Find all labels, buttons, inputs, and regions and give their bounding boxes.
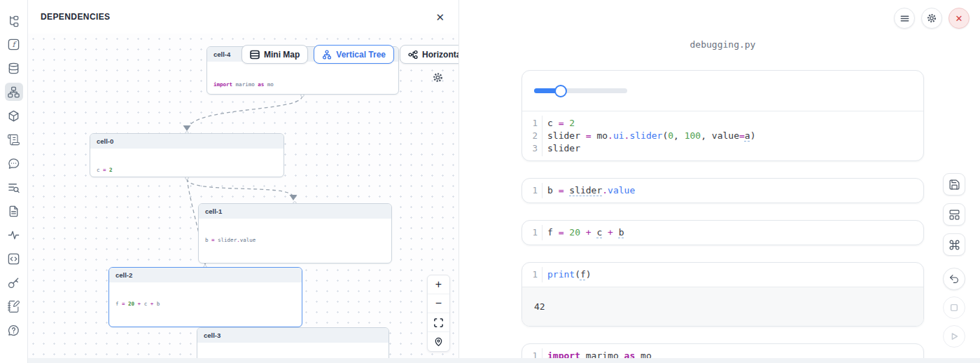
graph-zoom-controls: + − — [427, 275, 450, 352]
function-icon: f — [7, 38, 20, 51]
cell-output-area — [522, 71, 923, 111]
chat-icon — [7, 157, 20, 170]
code-line: c = 2 — [542, 117, 575, 130]
plus-icon: + — [435, 279, 442, 290]
command-key-icon — [948, 239, 960, 251]
slider-widget[interactable] — [534, 88, 627, 93]
graph-node-title: cell-3 — [197, 328, 388, 343]
center-view-button[interactable] — [428, 332, 449, 351]
database-icon — [7, 62, 20, 75]
graph-node-code: b = slider.value — [199, 219, 391, 263]
code-editor[interactable]: 1b = slider.value — [522, 179, 923, 203]
graph-node-code: f = 20 + c + b — [109, 282, 302, 327]
graph-node-cell-0[interactable]: cell-0 c = 2 slider = mo.ui.slider(0, 10… — [90, 133, 284, 177]
map-pin-icon — [433, 336, 444, 347]
key-icon — [7, 276, 20, 289]
notebook-settings-button[interactable] — [921, 8, 942, 29]
notebook-pen-icon — [7, 300, 20, 313]
sidebar-item-packages[interactable] — [5, 107, 23, 125]
shutdown-x-icon: ✕ — [955, 13, 963, 24]
dependency-graph-icon — [7, 85, 20, 99]
code-editor[interactable]: 1print(f) — [522, 263, 923, 287]
notebook-filename[interactable]: debugging.py — [522, 39, 924, 50]
sidebar-item-snippets[interactable] — [5, 249, 23, 268]
shutdown-button[interactable]: ✕ — [948, 8, 969, 29]
vertical-tree-label: Vertical Tree — [336, 50, 386, 60]
code-line: print(f) — [542, 268, 592, 281]
graph-settings-button[interactable] — [432, 71, 444, 85]
dependencies-panel: DEPENDENCIES ✕ — [28, 0, 459, 363]
graph-node-cell-2[interactable]: cell-2 f = 20 + c + b — [108, 267, 302, 327]
undo-icon — [948, 273, 960, 285]
stop-square-icon — [949, 303, 959, 313]
line-number: 1 — [522, 184, 542, 197]
activity-sidebar: f — [0, 0, 28, 363]
stop-button[interactable] — [943, 296, 965, 319]
graph-node-code: c = 2 slider = mo.ui.slider(0, 100, valu… — [90, 149, 284, 177]
scroll-icon — [7, 133, 20, 146]
sidebar-item-function[interactable]: f — [5, 35, 23, 53]
line-number: 1 — [522, 117, 542, 130]
line-number: 1 — [522, 268, 542, 281]
edge-cell0-cell1 — [187, 179, 293, 197]
code-line: slider = mo.ui.slider(0, 100, value=a) — [542, 130, 755, 142]
search-list-icon — [7, 181, 20, 194]
console-output: 42 — [522, 287, 923, 326]
zoom-in-button[interactable]: + — [428, 275, 449, 294]
run-button[interactable] — [943, 325, 965, 348]
notebook-cell-slider: 1c = 2 2slider = mo.ui.slider(0, 100, va… — [522, 70, 924, 161]
sidebar-item-scratchpad[interactable] — [5, 297, 23, 315]
undo-button[interactable] — [943, 268, 965, 290]
code-editor[interactable]: 1c = 2 2slider = mo.ui.slider(0, 100, va… — [522, 111, 923, 160]
sidebar-item-secrets[interactable] — [5, 273, 23, 292]
sidebar-item-file-tree[interactable] — [5, 11, 23, 29]
command-palette-button[interactable] — [943, 233, 965, 256]
sidebar-item-database[interactable] — [5, 59, 23, 77]
package-cube-icon — [7, 109, 20, 123]
horizontal-tree-button[interactable]: Horizontal Tree — [400, 45, 458, 64]
sidebar-item-logs[interactable] — [5, 130, 23, 149]
save-button[interactable] — [943, 173, 965, 196]
sidebar-item-chat[interactable] — [5, 154, 23, 172]
notebook-cell-print: 1print(f) 42 — [522, 262, 924, 327]
sidebar-item-tracing[interactable] — [5, 226, 23, 244]
code-line: f = 20 + c + b — [542, 226, 624, 239]
notebook-cell: 1f = 20 + c + b — [522, 220, 924, 245]
sidebar-item-search[interactable] — [5, 178, 23, 196]
line-number: 3 — [522, 142, 542, 155]
close-panel-button[interactable]: ✕ — [435, 12, 444, 22]
notebook-menu-button[interactable] — [894, 8, 915, 29]
fit-view-button[interactable] — [428, 313, 449, 332]
graph-node-cell-1[interactable]: cell-1 b = slider.value — [198, 203, 392, 263]
vertical-tree-icon — [322, 50, 332, 60]
panel-title: DEPENDENCIES — [41, 12, 111, 22]
dependencies-header: DEPENDENCIES ✕ — [28, 0, 458, 34]
svg-text:f: f — [13, 40, 18, 48]
sidebar-item-dependencies[interactable] — [5, 83, 23, 101]
help-icon — [7, 324, 20, 337]
graph-node-title: cell-2 — [109, 268, 302, 282]
dependency-graph-canvas[interactable]: cell-4 import marimo as mo a = 20 cell-0… — [28, 34, 458, 363]
play-triangle-icon — [949, 331, 959, 341]
zoom-out-button[interactable]: − — [428, 294, 449, 313]
mini-map-button[interactable]: Mini Map — [241, 45, 308, 64]
console-output-text: 42 — [534, 301, 545, 312]
document-icon — [7, 205, 20, 218]
layout-panels-icon — [948, 209, 960, 221]
arrowhead — [183, 125, 191, 131]
cells-column: 1c = 2 2slider = mo.ui.slider(0, 100, va… — [522, 70, 924, 363]
activity-icon — [7, 228, 20, 242]
layout-button[interactable] — [943, 203, 965, 226]
sidebar-item-help[interactable] — [5, 321, 23, 339]
vertical-tree-button[interactable]: Vertical Tree — [314, 45, 394, 64]
sidebar-item-documentation[interactable] — [5, 202, 23, 220]
graph-view-toolbar: Mini Map Vertical Tree Horizontal Tree — [241, 45, 458, 64]
file-tree-icon — [7, 14, 20, 27]
graph-node-code: import marimo as mo a = 20 — [207, 62, 398, 95]
code-line: b = slider.value — [542, 184, 635, 197]
gear-icon — [926, 13, 937, 24]
mini-map-icon — [250, 50, 260, 60]
line-number: 1 — [522, 226, 542, 239]
slider-thumb[interactable] — [554, 85, 567, 97]
code-editor[interactable]: 1f = 20 + c + b — [522, 221, 923, 245]
